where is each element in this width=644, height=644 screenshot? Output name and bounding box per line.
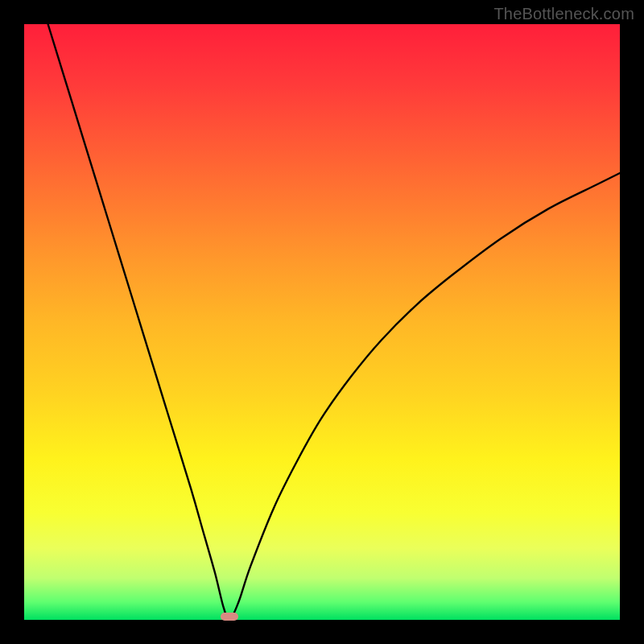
bottleneck-curve — [24, 24, 620, 620]
watermark-text: TheBottleneck.com — [493, 5, 634, 23]
chart-plot-area — [24, 24, 620, 620]
optimal-point-marker — [221, 613, 238, 621]
